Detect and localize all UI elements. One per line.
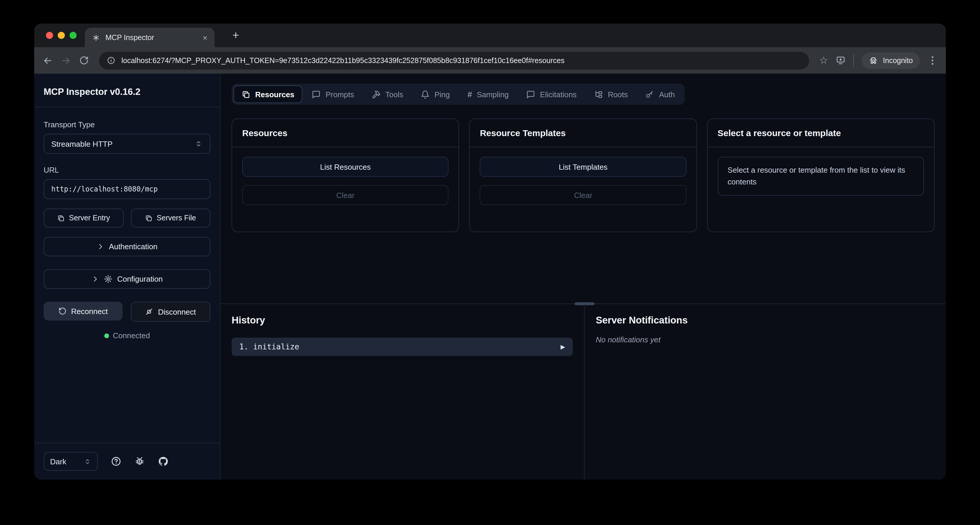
disconnect-icon — [145, 307, 153, 316]
clear-resources-button[interactable]: Clear — [242, 185, 449, 205]
sidebar-header: MCP Inspector v0.16.2 — [34, 74, 220, 107]
incognito-badge: Incognito — [862, 52, 920, 68]
resource-detail-hint: Select a resource or template from the l… — [718, 157, 924, 196]
hash-icon: # — [468, 90, 473, 99]
transport-type-value: Streamable HTTP — [51, 139, 113, 148]
resource-detail-panel: Select a resource or template Select a r… — [707, 118, 935, 232]
tab-label: Auth — [659, 90, 675, 99]
address-bar[interactable]: localhost:6274/?MCP_PROXY_AUTH_TOKEN=9e7… — [99, 52, 809, 69]
forward-icon[interactable] — [61, 55, 71, 66]
browser-tab-strip: MCP Inspector × + — [34, 24, 946, 47]
zoom-window-button[interactable] — [70, 32, 76, 39]
chevron-up-down-icon — [194, 140, 203, 148]
tab-label: Ping — [434, 90, 450, 99]
connected-dot-icon — [104, 333, 109, 338]
copy-buttons-row: Server Entry Servers File — [44, 208, 210, 228]
restart-icon — [58, 307, 66, 315]
browser-tab[interactable]: MCP Inspector × — [85, 28, 215, 47]
sidebar-footer: Dark — [34, 442, 220, 480]
bookmark-star-icon[interactable]: ☆ — [819, 56, 828, 65]
connection-status-text: Connected — [113, 331, 150, 340]
tab-resources[interactable]: Resources — [233, 86, 302, 103]
gear-icon — [104, 275, 113, 283]
configuration-button[interactable]: Configuration — [44, 269, 210, 289]
transport-type-select[interactable]: Streamable HTTP — [44, 134, 210, 154]
configuration-label: Configuration — [117, 275, 163, 283]
close-window-button[interactable] — [46, 32, 53, 39]
chat-bubble-icon — [527, 90, 535, 99]
theme-value: Dark — [50, 457, 66, 466]
authentication-button[interactable]: Authentication — [44, 237, 210, 256]
reconnect-button[interactable]: Reconnect — [44, 302, 122, 321]
disconnect-label: Disconnect — [158, 307, 196, 316]
history-item-label: 1. initialize — [239, 342, 299, 351]
panels-row: Resources List Resources Clear Resource … — [232, 118, 935, 232]
tab-roots[interactable]: Roots — [586, 86, 636, 103]
minimize-window-button[interactable] — [58, 32, 65, 39]
clear-templates-button[interactable]: Clear — [480, 185, 687, 205]
github-icon[interactable] — [158, 456, 169, 467]
connection-buttons-row: Reconnect Disconnect — [44, 302, 210, 322]
bottom-row: History 1. initialize ▶ Server Notificat… — [220, 304, 946, 480]
history-item[interactable]: 1. initialize ▶ — [232, 337, 573, 356]
tab-prompts[interactable]: Prompts — [304, 86, 363, 103]
bug-icon[interactable] — [134, 456, 145, 467]
copy-icon — [145, 214, 153, 222]
tab-elicitations[interactable]: Elicitations — [518, 86, 585, 103]
disconnect-button[interactable]: Disconnect — [130, 302, 210, 322]
resources-panel-body: List Resources Clear — [232, 147, 459, 215]
tab-ping[interactable]: Ping — [413, 86, 458, 103]
resource-detail-panel-title: Select a resource or template — [708, 119, 934, 147]
back-icon[interactable] — [43, 55, 53, 66]
chevron-up-down-icon — [84, 458, 91, 465]
url-label: URL — [44, 165, 210, 174]
toolbar-separator — [854, 54, 854, 67]
theme-select[interactable]: Dark — [44, 452, 98, 471]
incognito-icon — [869, 56, 878, 65]
expand-play-icon[interactable]: ▶ — [561, 344, 565, 350]
menu-dots-icon[interactable]: ⋮ — [928, 56, 937, 65]
tab-auth[interactable]: Auth — [637, 86, 683, 103]
list-resources-button[interactable]: List Resources — [242, 157, 449, 177]
reload-icon[interactable] — [79, 56, 89, 65]
screen: MCP Inspector × + localhost:6274/?MCP_PR… — [0, 0, 980, 525]
hammer-icon — [372, 90, 381, 99]
transport-type-label: Transport Type — [44, 120, 210, 129]
nav-tabs: Resources Prompts Tools — [232, 84, 685, 105]
tab-sampling[interactable]: # Sampling — [459, 86, 517, 103]
connection-status: Connected — [44, 331, 210, 340]
server-notifications-pane: Server Notifications No notifications ye… — [585, 304, 946, 480]
app-title: MCP Inspector v0.16.2 — [44, 87, 210, 97]
tab-tools[interactable]: Tools — [364, 86, 412, 103]
tab-label: Elicitations — [540, 90, 577, 99]
copy-icon — [57, 214, 65, 222]
incognito-label: Incognito — [883, 56, 913, 65]
browser-window: MCP Inspector × + localhost:6274/?MCP_PR… — [34, 24, 946, 480]
help-icon[interactable] — [111, 456, 121, 467]
tab-title: MCP Inspector — [105, 33, 197, 41]
server-entry-button[interactable]: Server Entry — [44, 208, 124, 228]
tab-label: Roots — [608, 90, 628, 99]
tab-close-icon[interactable]: × — [203, 33, 207, 41]
list-templates-button[interactable]: List Templates — [480, 157, 687, 177]
browser-toolbar: localhost:6274/?MCP_PROXY_AUTH_TOKEN=9e7… — [34, 47, 946, 74]
servers-file-button[interactable]: Servers File — [130, 208, 210, 228]
sidebar: MCP Inspector v0.16.2 Transport Type Str… — [34, 74, 220, 480]
tab-label: Resources — [255, 90, 294, 99]
site-info-icon[interactable] — [107, 56, 116, 65]
tab-label: Tools — [385, 90, 403, 99]
servers-file-label: Servers File — [157, 214, 196, 222]
resource-templates-panel-body: List Templates Clear — [470, 147, 697, 215]
install-app-icon[interactable] — [836, 56, 846, 65]
nav-tabs-wrap: Resources Prompts Tools — [220, 74, 946, 105]
tab-label: Sampling — [477, 90, 509, 99]
files-icon — [242, 90, 250, 99]
tree-icon — [594, 90, 603, 99]
sidebar-body: Transport Type Streamable HTTP URL — [34, 107, 220, 442]
mcp-favicon-icon — [92, 33, 100, 41]
history-title: History — [232, 315, 573, 326]
new-tab-button[interactable]: + — [229, 29, 243, 42]
resource-templates-panel: Resource Templates List Templates Clear — [469, 118, 697, 232]
url-input[interactable] — [44, 179, 210, 199]
chevron-right-icon — [91, 275, 99, 283]
